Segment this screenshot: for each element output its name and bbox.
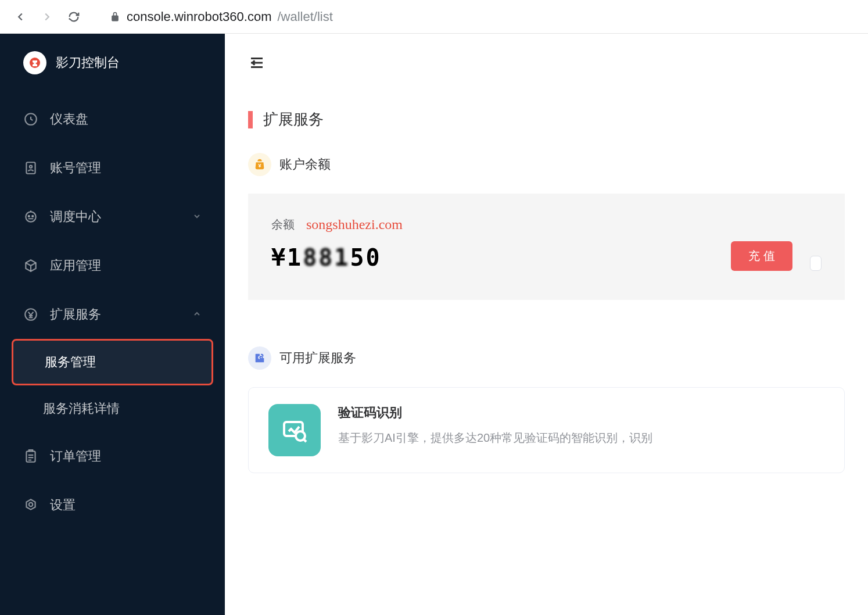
service-card-captcha[interactable]: 验证码识别 基于影刀AI引擎，提供多达20种常见验证码的智能识别，识别 <box>248 387 845 473</box>
settings-icon <box>23 498 38 513</box>
yen-icon <box>23 307 38 322</box>
sidebar-item-label: 设置 <box>50 496 76 514</box>
service-title: 验证码识别 <box>338 404 824 421</box>
balance-card: songshuhezi.com 余额 ¥188150 充 值 <box>248 194 845 300</box>
back-button[interactable] <box>12 8 29 26</box>
sidebar-item-dashboard[interactable]: 仪表盘 <box>0 95 225 144</box>
page-title: 扩展服务 <box>263 109 324 130</box>
sidebar-item-orders[interactable]: 订单管理 <box>0 432 225 481</box>
sidebar-subitem-label: 服务管理 <box>45 353 96 371</box>
sidebar-item-label: 扩展服务 <box>50 306 101 323</box>
brand-title: 影刀控制台 <box>56 54 120 71</box>
reload-button[interactable] <box>65 8 83 26</box>
brand-logo-icon <box>23 51 46 74</box>
sidebar-item-label: 仪表盘 <box>50 110 88 128</box>
sidebar-item-label: 订单管理 <box>50 448 101 465</box>
address-bar[interactable]: console.winrobot360.com/wallet/list <box>92 9 856 24</box>
account-icon <box>23 160 38 176</box>
sidebar-item-label: 应用管理 <box>50 257 101 274</box>
svg-point-6 <box>32 216 33 217</box>
sidebar-item-extension-services[interactable]: 扩展服务 <box>0 290 225 339</box>
balance-section-title: 账户余额 <box>279 156 331 173</box>
sidebar-item-settings[interactable]: 设置 <box>0 481 225 530</box>
sidebar-item-dispatch[interactable]: 调度中心 <box>0 192 225 241</box>
forward-button[interactable] <box>38 8 56 26</box>
sidebar-subitem-label: 服务消耗详情 <box>43 400 120 417</box>
url-path: /wallet/list <box>277 9 332 24</box>
sidebar-item-account[interactable]: 账号管理 <box>0 144 225 192</box>
captcha-icon <box>268 404 321 456</box>
title-accent-bar <box>248 111 253 128</box>
robot-icon <box>23 209 38 224</box>
svg-point-4 <box>26 212 35 221</box>
services-section-icon <box>248 346 271 370</box>
sidebar-subitem-service-consumption[interactable]: 服务消耗详情 <box>0 385 225 432</box>
chevron-up-icon <box>192 307 202 322</box>
main-content: 扩展服务 ¥ 账户余额 songshuhezi.com 余额 ¥188150 充… <box>225 34 868 615</box>
service-desc: 基于影刀AI引擎，提供多达20种常见验证码的智能识别，识别 <box>338 428 824 447</box>
svg-point-12 <box>296 431 305 441</box>
collapse-sidebar-button[interactable] <box>248 54 266 71</box>
sidebar-item-label: 账号管理 <box>50 159 101 177</box>
sidebar: 影刀控制台 仪表盘 账号管理 调度中心 应用管理 扩展服务 <box>0 34 225 615</box>
chevron-down-icon <box>192 209 202 224</box>
topbar <box>225 34 868 92</box>
lock-icon <box>109 11 121 23</box>
services-section-title: 可用扩展服务 <box>279 349 356 367</box>
url-host: console.winrobot360.com <box>127 9 271 24</box>
browser-toolbar: console.winrobot360.com/wallet/list <box>0 0 868 34</box>
sidebar-item-apps[interactable]: 应用管理 <box>0 241 225 290</box>
svg-point-3 <box>30 166 32 168</box>
cube-icon <box>23 258 38 273</box>
balance-amount: ¥188150 <box>271 244 713 271</box>
watermark: songshuhezi.com <box>306 217 403 233</box>
brand: 影刀控制台 <box>0 51 225 95</box>
order-icon <box>23 449 38 464</box>
secondary-button[interactable] <box>810 256 822 271</box>
balance-section-icon: ¥ <box>248 153 271 176</box>
sidebar-item-label: 调度中心 <box>50 208 101 226</box>
svg-point-5 <box>28 216 30 217</box>
svg-point-9 <box>29 503 33 507</box>
sidebar-subitem-service-mgmt[interactable]: 服务管理 <box>12 339 213 385</box>
recharge-button[interactable]: 充 值 <box>731 241 792 271</box>
dashboard-icon <box>23 112 38 127</box>
